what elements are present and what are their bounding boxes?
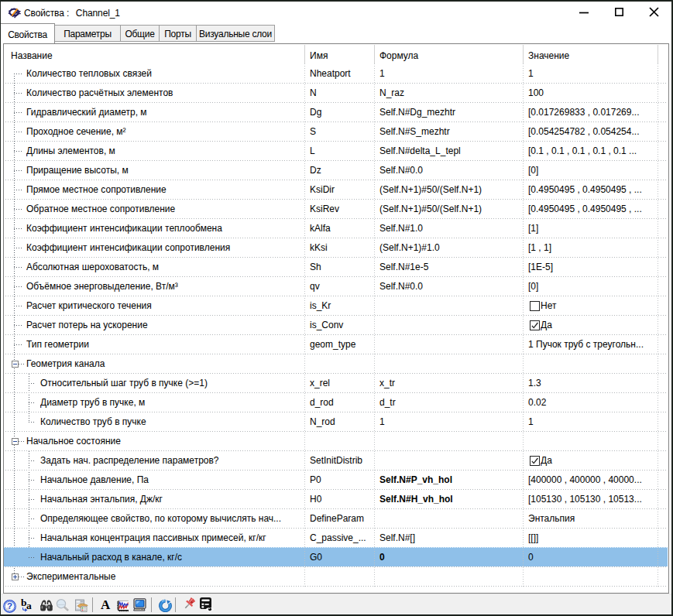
svg-text:?: ? bbox=[7, 601, 12, 611]
